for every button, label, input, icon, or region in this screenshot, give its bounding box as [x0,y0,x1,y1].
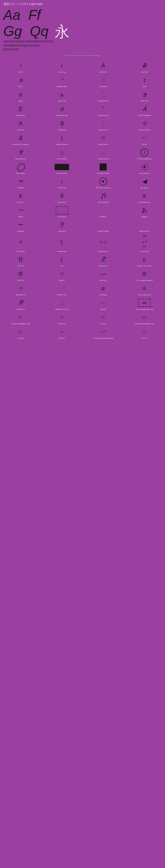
label-ascii: ASCII [18,71,23,73]
glyph-sup-punct: Ꞃ [101,191,106,200]
label-misc-sym: Misc Symbols [140,173,149,174]
cell-diacrit: ◌̀ Diacriticals [83,74,124,88]
glyph-z-stroke: Ƶ [101,255,105,264]
cell-cjk: く CJK [41,253,83,268]
glyph-currency: ₠ [142,119,147,128]
font-title: 更紗ゴシック UI J Light Italic [3,2,162,6]
cell-sup-arrows-b: ↑ Sup Arrows B [41,175,83,189]
cell-alpha-pf: 〸 Alphabetic PF [0,282,41,297]
glyph-comma: 、 [101,206,105,215]
svg-line-5 [142,164,143,165]
glyph-grid: ! ASCII ı Latin 1 Sup Ā Latin Ext A Ƀ La… [0,59,165,340]
label-cjk-strokes: CJK Strokes [16,250,25,252]
cell-enclosed-alpha: 1 Enclosed Alphanums [124,146,165,161]
glyph-ctrl-pic: ⎵ [102,148,105,157]
label-phonetic-ext: Phonetic Ext [16,115,25,116]
cell-vertical-forms: ︐ Vertical Forms [41,282,83,297]
cell-punctuation: ƀ Punctuation [41,117,83,132]
label-misc-arrows: Misc Arrows [140,187,149,189]
glyph-geom-shapes [99,162,107,172]
cell-enc-hieroglyph: 𓀀□ Enclosed Hieroglyphic Sup [0,311,41,326]
cell-katakana-ext: く Katakana Ext [41,233,83,253]
cell-currency: ₠ Currency Symbols [124,117,165,132]
label-latin-ext-b: Latin Ext B [141,71,148,73]
glyph-specials: :·— [101,298,106,308]
glyph-katakana-long: ー [18,220,24,229]
cell-cjk-ext-a: 廿 CJK Ext A [0,253,41,268]
svg-line-8 [142,168,143,170]
page-container: 更紗ゴシック UI J Light Italic Aa FfGg Qq 永 AB… [0,0,165,348]
glyph-vulgar: ⅐ [101,133,105,143]
cell-latin-ext-e: — Latin Ext E [83,268,124,282]
label-sup-punct: Sup Punctuation [97,201,109,203]
glyph-cyrillic-ext-c: ϧ [143,90,146,99]
cell-kangxi: 一 Kangxi [0,204,41,218]
label-cjk-ext-d: CJK Compat Ideographs Sup [134,323,155,325]
glyph-block-elem [55,162,69,172]
cell-latin-ext-add: Ả Latin Ext Additional [124,103,165,117]
glyph-cjk-compat-forms: 㙓 [142,284,146,293]
glyph-a-ring: å [19,133,22,143]
glyph-sun [140,162,148,172]
glyph-diacrit: ◌̀ [101,75,105,85]
glyph-fullwidth-c: ｃ [141,255,147,264]
label-alpha-pf: Alphabetic PF [16,294,26,296]
cell-bopomofo: ヲ Bopomofo [41,218,83,233]
cell-sup-punct: Ꞃ Sup Punctuation [83,189,124,204]
label-katakana2: Katakana [100,216,107,218]
glyph-hangul: ゟ [101,220,106,229]
cell-cjk-ext-c: 𪜀□ CJK Ext C [83,311,124,326]
cell-greek-ext: Ά Greek Ext [0,117,41,132]
cell-cjk-ext-g: 𰀁¬⁹ CJK Compat Ideographs Sup [83,326,124,340]
label-cyrillic-ext-c: Cyrillic Ext C [140,100,149,102]
cell-half-marks: α Half Marks [83,282,124,297]
label-ctrl-pic: Control Pictures [97,158,109,160]
label-misc-math-b: Misc Math Symbols B [96,187,111,189]
cell-misc-sym: Misc Symbols [124,161,165,175]
glyph-hiragana-a: あ [141,206,148,215]
cell-half-full: ； Half And Full Forms [41,297,83,311]
cell-diacrit-ext: ͡ ͢ Diacriticals Ext [83,88,124,103]
label-modifier-tone: Modifier Tone Letters [137,265,152,267]
bottom-padding [0,340,165,348]
label-cjk-compat-ideo: CJK Compat Ideographs [136,279,153,281]
label-hangul-compat: Hangul Compat [98,230,109,232]
label-katakana: Katakana [17,230,24,232]
label-latin-ext-c: Latin Ext C [17,201,25,203]
label-kangxi: Kangxi [18,216,23,218]
cell-misc-arrows: ◀ Misc Arrows [124,175,165,189]
label-cjk-ext-b: CJK Ext B [58,323,66,325]
label-cjk-ext-c: CJK Ext C [99,323,107,325]
cell-dingbats: ✂ Dingbats [0,175,41,189]
label-kayah-li: Kayah Li [59,279,65,281]
glyph-cjk-compat-ideo: 㙓 [142,269,147,279]
glyph-greek: τ [143,75,146,85]
glyph-cjk-ext-f: 𰀀« [60,327,64,337]
cell-hiragana: あ Hiragana [124,204,165,218]
glyph-bopomofo-ext: ゞ [142,220,147,229]
glyph-vertical-comma: ︐ [60,284,64,293]
cell-latin-ext-c: £ Latin Ext C [0,189,41,204]
label-cyrillic-sup: Cyrillic Sup [58,100,66,102]
cell-modifier: ʰ Modifier Letters [41,74,83,88]
copyright: © Design by fontke.com [3,52,162,54]
glyph-radical-20: 廿 [18,255,23,264]
cell-kayah-li: ꤡ Kayah Li [41,268,83,282]
label-cjk-radicals: CJK Radicals Sup [138,201,151,203]
label-bopomofo-ext: Bopomofo Ext [139,230,149,232]
label-cjk: CJK [60,265,63,267]
glyph-alpha-pf: 〸 [19,284,23,293]
cell-arrows: ← Arrows [124,132,165,146]
glyph-E-grave: È [19,104,23,114]
glyph-dotless-i: ı [61,61,63,70]
cell-geom-shapes: Geometric Shapes [83,161,124,175]
cell-ascii: ! ASCII [0,59,41,74]
cell-cjk-compat-ideo: 㙓 CJK Compat Ideographs [124,268,165,282]
cell-cyrillic-ext-b: Ƶ Cyrillic Ext B [83,253,124,268]
label-enc-alpha-sup: Enclosed Alphanums Sup [135,308,153,310]
glyph-em-dash: 一 [18,206,24,215]
label-greek: Greek [142,86,147,87]
svg-line-7 [146,164,147,165]
cell-number-forms: ⅐ Number Forms [83,132,124,146]
label-ipa-ext: IPA Ext [18,86,23,87]
